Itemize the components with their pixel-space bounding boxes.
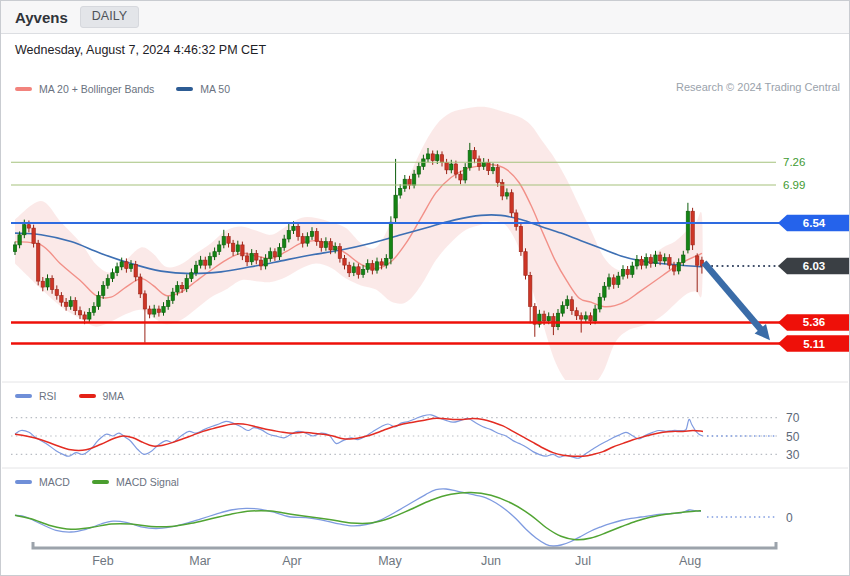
price-tag-label: 5.36: [803, 316, 825, 328]
rsi-9ma-line: [15, 418, 703, 456]
price-tag-label: 6.03: [803, 260, 825, 272]
rsi-gridline-label: 50: [786, 430, 800, 444]
price-level-label: 6.99: [783, 179, 805, 191]
rsi-gridline-label: 70: [786, 411, 800, 425]
price-panel: [13, 107, 703, 391]
price-tag-label: 5.11: [803, 338, 825, 350]
rsi-gridline-label: 30: [786, 448, 800, 462]
chart-canvas: 7.266.996.546.035.365.117050300FebMarApr…: [1, 1, 849, 575]
macd-line: [15, 489, 701, 546]
macd-panel: 0: [15, 489, 793, 546]
x-axis-month-label: May: [378, 554, 402, 568]
macd-gridline-label: 0: [786, 511, 793, 525]
macd-signal-line: [15, 492, 701, 539]
x-axis-month-label: Mar: [189, 554, 211, 568]
x-axis-month-label: Jul: [575, 554, 591, 568]
x-axis-bar: [33, 542, 776, 548]
rsi-panel: 705030: [11, 411, 800, 462]
x-axis-month-label: Apr: [282, 554, 301, 568]
x-axis: FebMarAprMayJunJulAug: [33, 542, 776, 568]
x-axis-month-label: Jun: [481, 554, 501, 568]
trading-central-chart-page: Ayvens DAILY Wednesday, August 7, 2024 4…: [0, 0, 850, 576]
price-tag-label: 6.54: [803, 217, 826, 229]
price-level-label: 7.26: [783, 156, 805, 168]
bollinger-band-area: [15, 107, 703, 391]
x-axis-month-label: Feb: [92, 554, 114, 568]
x-axis-month-label: Aug: [679, 554, 701, 568]
